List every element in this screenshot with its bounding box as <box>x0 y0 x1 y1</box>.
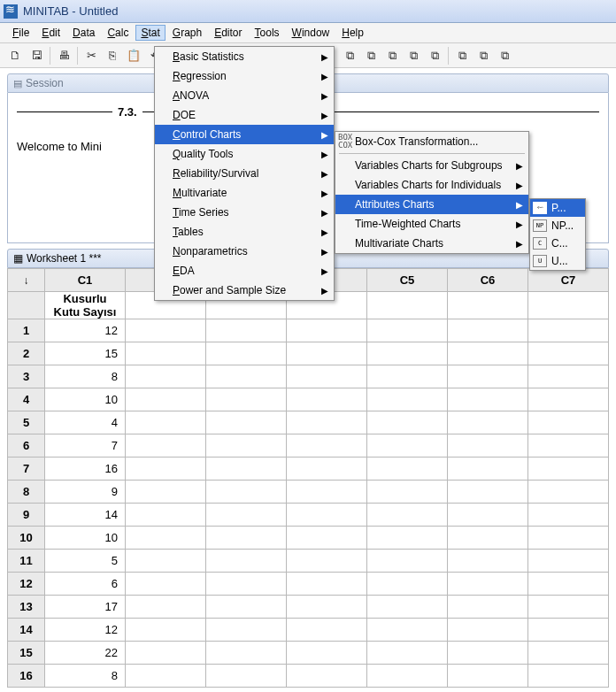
cell[interactable] <box>287 342 367 365</box>
cell[interactable] <box>448 504 528 527</box>
cell[interactable] <box>528 481 609 504</box>
cell[interactable] <box>528 388 609 411</box>
cell[interactable] <box>206 665 287 688</box>
menu-data[interactable]: Data <box>67 25 100 41</box>
cell[interactable] <box>367 342 448 365</box>
cell[interactable] <box>367 434 448 457</box>
menu-item-time-series[interactable]: Time Series▶ <box>155 203 334 222</box>
cell[interactable] <box>448 665 528 688</box>
row-header[interactable]: 1 <box>8 319 45 342</box>
cell[interactable]: 10 <box>45 388 126 411</box>
cell[interactable] <box>206 504 287 527</box>
cell[interactable]: 22 <box>45 642 126 665</box>
cell[interactable] <box>206 573 287 596</box>
cell[interactable] <box>528 342 609 365</box>
menu-window[interactable]: Window <box>287 25 335 41</box>
cell[interactable] <box>528 642 609 665</box>
cell[interactable] <box>126 596 206 619</box>
cell[interactable] <box>287 365 367 388</box>
cell[interactable] <box>126 481 206 504</box>
cell[interactable] <box>206 342 287 365</box>
cell[interactable] <box>528 411 609 434</box>
row-header[interactable]: 10 <box>8 527 45 550</box>
cell[interactable]: 12 <box>45 319 126 342</box>
cell[interactable] <box>367 388 448 411</box>
menu-item-p...[interactable]: ⬳P... <box>530 199 585 217</box>
toolbar-button[interactable]: 🗋 <box>5 46 25 65</box>
menu-item-tables[interactable]: Tables▶ <box>155 222 334 242</box>
menu-help[interactable]: Help <box>336 25 369 41</box>
cell[interactable] <box>126 342 206 365</box>
cell[interactable] <box>528 619 609 642</box>
menu-item-basic-statistics[interactable]: Basic Statistics▶ <box>155 47 334 66</box>
column-header[interactable]: C6 <box>448 269 528 292</box>
cell[interactable]: 16 <box>45 457 126 481</box>
cell[interactable] <box>448 573 528 596</box>
toolbar-button[interactable]: ⧉ <box>382 46 402 65</box>
cell[interactable] <box>367 365 448 388</box>
menu-item-time-weighted-charts[interactable]: Time-Weighted Charts▶ <box>335 214 528 234</box>
column-header[interactable]: C1 <box>45 269 126 292</box>
cell[interactable] <box>448 457 528 481</box>
cell[interactable]: 14 <box>45 504 126 527</box>
cell[interactable] <box>206 411 287 434</box>
cell[interactable] <box>206 619 287 642</box>
cell[interactable]: 5 <box>45 550 126 573</box>
cell[interactable] <box>367 411 448 434</box>
menu-item-reliability-survival[interactable]: Reliability/Survival▶ <box>155 164 334 183</box>
cell[interactable] <box>528 504 609 527</box>
menu-item-regression[interactable]: Regression▶ <box>155 66 334 86</box>
cell[interactable] <box>448 642 528 665</box>
menu-graph[interactable]: Graph <box>167 25 207 41</box>
cell[interactable] <box>367 319 448 342</box>
cell[interactable] <box>126 457 206 481</box>
cell[interactable]: 17 <box>45 596 126 619</box>
cell[interactable] <box>367 642 448 665</box>
column-name[interactable] <box>367 292 448 319</box>
cell[interactable] <box>287 319 367 342</box>
cell[interactable]: 9 <box>45 481 126 504</box>
toolbar-button[interactable]: ⧉ <box>425 46 444 65</box>
menu-item-attributes-charts[interactable]: Attributes Charts▶ <box>335 195 528 214</box>
cell[interactable] <box>206 457 287 481</box>
cell[interactable] <box>448 411 528 434</box>
cell[interactable] <box>287 504 367 527</box>
cell[interactable] <box>448 619 528 642</box>
cell[interactable] <box>287 388 367 411</box>
cell[interactable] <box>367 527 448 550</box>
toolbar-button[interactable]: ⎘ <box>103 46 122 65</box>
cell[interactable]: 8 <box>45 665 126 688</box>
cell[interactable]: 7 <box>45 434 126 457</box>
cell[interactable] <box>448 527 528 550</box>
select-all-corner[interactable]: ↓ <box>8 269 45 292</box>
cell[interactable] <box>287 550 367 573</box>
toolbar-button[interactable]: ⧉ <box>474 46 493 65</box>
menu-item-c...[interactable]: CC... <box>530 235 585 252</box>
toolbar-button[interactable]: 📋 <box>124 46 143 65</box>
row-header[interactable]: 5 <box>8 411 45 434</box>
cell[interactable] <box>448 596 528 619</box>
toolbar-button[interactable]: 🖫 <box>27 46 46 65</box>
row-header[interactable]: 7 <box>8 457 45 481</box>
cell[interactable] <box>206 550 287 573</box>
name-row-header[interactable] <box>8 292 45 319</box>
cell[interactable] <box>528 573 609 596</box>
cell[interactable] <box>367 573 448 596</box>
menu-editor[interactable]: Editor <box>209 25 247 41</box>
cell[interactable] <box>528 434 609 457</box>
menu-item-quality-tools[interactable]: Quality Tools▶ <box>155 144 334 164</box>
cell[interactable] <box>126 665 206 688</box>
cell[interactable] <box>448 365 528 388</box>
cell[interactable]: 10 <box>45 527 126 550</box>
cell[interactable] <box>448 481 528 504</box>
cell[interactable] <box>528 596 609 619</box>
cell[interactable] <box>126 319 206 342</box>
cell[interactable] <box>126 504 206 527</box>
cell[interactable] <box>287 481 367 504</box>
cell[interactable] <box>367 481 448 504</box>
row-header[interactable]: 15 <box>8 642 45 665</box>
cell[interactable] <box>126 527 206 550</box>
column-header[interactable]: C5 <box>367 269 448 292</box>
cell[interactable] <box>528 550 609 573</box>
cell[interactable] <box>126 619 206 642</box>
